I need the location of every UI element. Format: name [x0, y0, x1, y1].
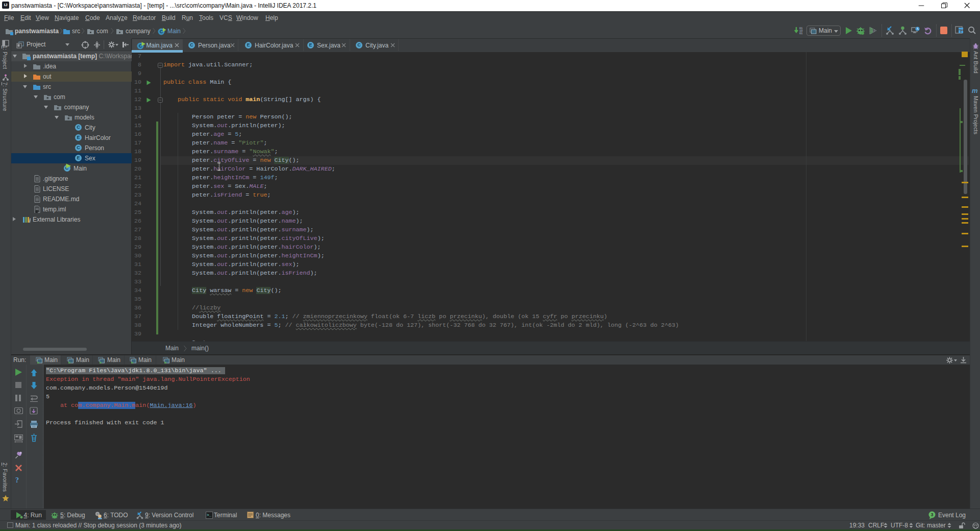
- svg-text:=: =: [96, 512, 99, 516]
- svg-text:01: 01: [799, 32, 803, 35]
- svg-text:3: 3: [930, 512, 933, 517]
- svg-text:C: C: [160, 29, 163, 34]
